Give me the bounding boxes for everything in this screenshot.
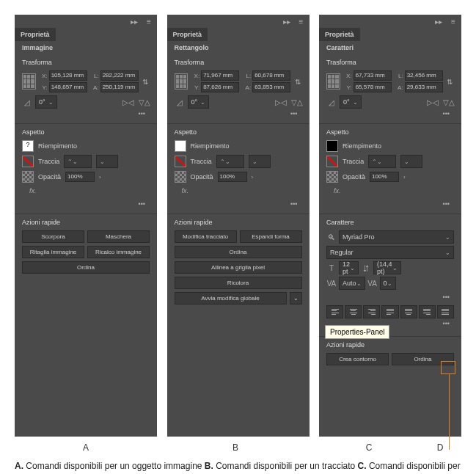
- trace-button[interactable]: Ricalco immagine: [87, 246, 150, 258]
- stroke-type[interactable]: ⌄: [249, 155, 271, 168]
- leading-input[interactable]: (14,4 pt)⌄: [373, 261, 401, 274]
- w-input[interactable]: 282,222 mm: [100, 70, 139, 81]
- align-center-button[interactable]: [345, 305, 362, 318]
- align-pixel-button[interactable]: Allinea a griglia pixel: [175, 261, 302, 274]
- justify-left-button[interactable]: [381, 305, 398, 318]
- tab-properties[interactable]: Proprietà: [15, 28, 56, 41]
- flip-h-icon[interactable]: ▷◁: [276, 97, 286, 107]
- reference-point[interactable]: [326, 73, 340, 90]
- fx-label[interactable]: fx.: [326, 186, 454, 199]
- justify-right-button[interactable]: [419, 305, 436, 318]
- h-input[interactable]: 29,633 mm: [405, 82, 443, 92]
- crop-button[interactable]: Ritaglia immagine: [22, 246, 84, 258]
- opacity-swatch[interactable]: [326, 171, 338, 183]
- mask-button[interactable]: Maschera: [87, 230, 150, 243]
- collapse-icon[interactable]: ▸▸: [433, 16, 444, 26]
- angle-select[interactable]: 0°⌄: [188, 95, 210, 109]
- tracking-icon: VA: [367, 278, 378, 288]
- stroke-swatch[interactable]: [175, 156, 186, 167]
- global-edit-dropdown[interactable]: ⌄: [290, 292, 302, 305]
- label-a: A: [15, 442, 157, 453]
- recolor-button[interactable]: Ricolora: [175, 277, 302, 289]
- stroke-type[interactable]: ⌄: [400, 155, 422, 168]
- opacity-more[interactable]: ›: [252, 174, 254, 181]
- more-options-icon[interactable]: •••: [326, 292, 454, 302]
- more-options-icon[interactable]: •••: [326, 199, 454, 209]
- reference-point[interactable]: [175, 73, 188, 90]
- x-input[interactable]: 105,128 mm: [49, 70, 87, 81]
- more-options-icon[interactable]: •••: [22, 199, 150, 209]
- w-input[interactable]: 60,678 mm: [252, 70, 290, 81]
- fx-label[interactable]: fx.: [22, 186, 150, 199]
- y-input[interactable]: 87,626 mm: [201, 82, 239, 92]
- flip-v-icon[interactable]: ▽△: [444, 97, 454, 107]
- opacity-input[interactable]: 100%: [65, 172, 95, 182]
- justify-center-button[interactable]: [400, 305, 417, 318]
- font-select[interactable]: Myriad Pro⌄: [339, 230, 454, 244]
- object-type-label: Caratteri: [319, 41, 461, 54]
- flip-h-icon[interactable]: ▷◁: [123, 97, 133, 107]
- menu-icon[interactable]: ≡: [144, 16, 154, 26]
- tab-properties[interactable]: Proprietà: [319, 28, 360, 41]
- edit-path-button[interactable]: Modifica tracciato: [175, 230, 237, 243]
- stroke-swatch[interactable]: [326, 156, 338, 167]
- w-input[interactable]: 32,456 mm: [405, 70, 443, 81]
- opacity-swatch[interactable]: [22, 171, 34, 183]
- tracking-input[interactable]: 0⌄: [380, 277, 396, 290]
- reference-point[interactable]: [22, 73, 36, 90]
- opacity-more[interactable]: ›: [99, 174, 101, 181]
- justify-all-button[interactable]: [437, 305, 454, 318]
- stroke-weight[interactable]: ⌃⌄: [368, 155, 396, 168]
- create-outlines-button[interactable]: Crea contorno: [326, 353, 389, 365]
- arrange-button[interactable]: Ordina: [22, 261, 150, 274]
- menu-icon[interactable]: ≡: [448, 16, 458, 26]
- link-icon[interactable]: ⇅: [142, 76, 150, 87]
- flip-h-icon[interactable]: ▷◁: [428, 97, 438, 107]
- x-input[interactable]: 71,967 mm: [201, 70, 239, 81]
- align-right-button[interactable]: [363, 305, 380, 318]
- y-input[interactable]: 65,578 mm: [354, 82, 392, 92]
- h-input[interactable]: 250,119 mm: [100, 82, 139, 92]
- link-icon[interactable]: ⇅: [293, 76, 301, 87]
- more-options-icon[interactable]: •••: [175, 199, 302, 209]
- tab-properties[interactable]: Proprietà: [167, 28, 208, 41]
- more-options-icon[interactable]: •••: [326, 109, 454, 119]
- h-input[interactable]: 63,853 mm: [252, 82, 290, 92]
- stroke-weight[interactable]: ⌃⌄: [216, 155, 244, 168]
- opacity-more[interactable]: ›: [403, 174, 406, 181]
- style-select[interactable]: Regular⌄: [326, 246, 454, 259]
- search-icon[interactable]: 🔍︎: [326, 232, 337, 242]
- fx-label[interactable]: fx.: [175, 186, 302, 199]
- unembed-button[interactable]: Scorpora: [22, 230, 84, 243]
- menu-icon[interactable]: ≡: [296, 16, 307, 26]
- expand-shape-button[interactable]: Espandi forma: [240, 230, 302, 243]
- opacity-input[interactable]: 100%: [370, 172, 399, 182]
- global-edit-button[interactable]: Avvia modifica globale: [175, 292, 287, 305]
- size-icon: T: [326, 263, 337, 273]
- angle-select[interactable]: 0°⌄: [35, 95, 57, 109]
- x-input[interactable]: 67,733 mm: [354, 70, 392, 81]
- fill-swatch[interactable]: [22, 140, 34, 152]
- y-input[interactable]: 148,657 mm: [49, 82, 87, 92]
- more-options-icon[interactable]: •••: [22, 109, 150, 119]
- opacity-swatch[interactable]: [175, 171, 186, 183]
- fill-swatch[interactable]: [326, 140, 338, 152]
- size-input[interactable]: 12 pt⌄: [339, 261, 359, 274]
- more-options-icon[interactable]: •••: [175, 109, 302, 119]
- arrange-button[interactable]: Ordina: [175, 246, 302, 258]
- fill-swatch[interactable]: [175, 140, 186, 152]
- flip-v-icon[interactable]: ▽△: [292, 97, 302, 107]
- flip-v-icon[interactable]: ▽△: [139, 97, 150, 107]
- stroke-swatch[interactable]: [22, 156, 34, 167]
- angle-select[interactable]: 0°⌄: [340, 95, 362, 109]
- align-left-button[interactable]: [326, 305, 343, 318]
- link-icon[interactable]: ⇅: [446, 76, 454, 87]
- stroke-type[interactable]: ⌄: [96, 155, 118, 168]
- stroke-weight[interactable]: ⌃⌄: [64, 155, 92, 168]
- kerning-input[interactable]: Auto⌄: [339, 277, 365, 290]
- callout-line-d: [449, 374, 450, 450]
- leading-icon: ⮃: [361, 263, 371, 273]
- opacity-input[interactable]: 100%: [218, 172, 247, 182]
- collapse-icon[interactable]: ▸▸: [129, 16, 139, 26]
- collapse-icon[interactable]: ▸▸: [282, 16, 292, 26]
